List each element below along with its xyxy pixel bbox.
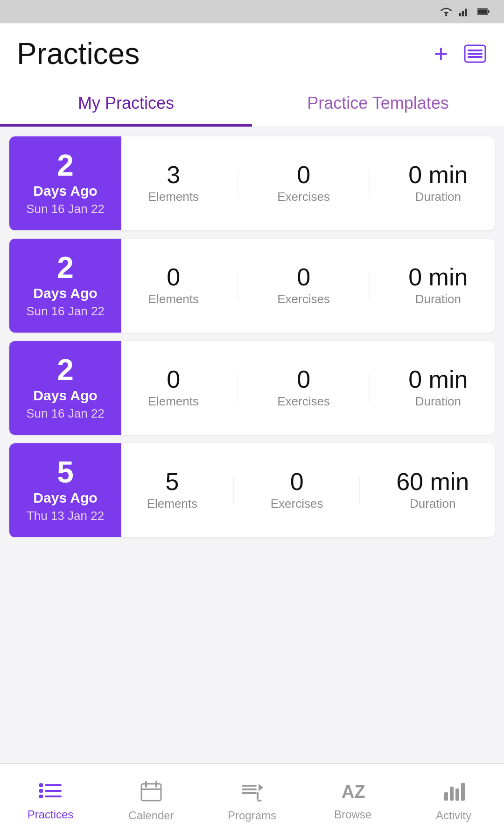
card-date: Sun 16 Jan 22 bbox=[26, 202, 105, 216]
svg-rect-19 bbox=[141, 784, 161, 801]
elements-label: Elements bbox=[147, 497, 197, 511]
list-view-button[interactable] bbox=[463, 43, 487, 64]
duration-label: Duration bbox=[415, 190, 461, 204]
card-date: Sun 16 Jan 22 bbox=[26, 406, 105, 421]
nav-item-practices[interactable]: Practices bbox=[0, 764, 101, 838]
card-stats: 3 Elements 0 Exercises 0 min Duration bbox=[121, 136, 495, 230]
elements-stat: 5 Elements bbox=[147, 469, 197, 511]
exercises-value: 0 bbox=[297, 163, 310, 187]
stat-divider bbox=[369, 374, 370, 402]
card-date-section: 2 Days Ago Sun 16 Jan 22 bbox=[9, 341, 121, 435]
nav-label-calendar: Calender bbox=[128, 809, 174, 822]
svg-rect-13 bbox=[39, 783, 43, 787]
exercises-stat: 0 Exercises bbox=[277, 265, 330, 306]
elements-stat: 3 Elements bbox=[148, 163, 199, 204]
days-label: Days Ago bbox=[33, 285, 97, 301]
tab-my-practices[interactable]: My Practices bbox=[0, 80, 252, 127]
programs-icon bbox=[241, 780, 263, 805]
bottom-nav: Practices Calender Programs bbox=[0, 763, 504, 838]
exercises-stat: 0 Exercises bbox=[277, 163, 330, 204]
days-label: Days Ago bbox=[33, 490, 97, 506]
svg-rect-5 bbox=[468, 7, 470, 16]
exercises-stat: 0 Exercises bbox=[271, 469, 323, 511]
nav-item-browse[interactable]: AZ Browse bbox=[302, 764, 403, 838]
duration-value: 60 min bbox=[396, 469, 469, 494]
add-button[interactable]: + bbox=[434, 42, 448, 66]
svg-rect-16 bbox=[45, 790, 62, 792]
duration-label: Duration bbox=[415, 292, 461, 306]
stat-divider bbox=[238, 272, 238, 300]
elements-stat: 0 Elements bbox=[148, 265, 199, 306]
stat-divider bbox=[238, 374, 238, 402]
duration-stat: 0 min Duration bbox=[408, 163, 468, 204]
svg-rect-18 bbox=[45, 795, 62, 797]
svg-rect-4 bbox=[465, 9, 467, 16]
practice-card[interactable]: 2 Days Ago Sun 16 Jan 22 0 Elements 0 Ex… bbox=[9, 239, 495, 333]
duration-value: 0 min bbox=[408, 163, 468, 187]
stat-divider bbox=[233, 476, 234, 504]
days-number: 2 bbox=[57, 355, 74, 385]
duration-value: 0 min bbox=[408, 265, 468, 289]
svg-rect-30 bbox=[455, 788, 459, 801]
stat-divider bbox=[359, 476, 360, 504]
days-label: Days Ago bbox=[33, 388, 97, 404]
svg-rect-12 bbox=[468, 56, 483, 58]
svg-rect-25 bbox=[242, 792, 257, 794]
nav-label-practices: Practices bbox=[28, 808, 74, 821]
status-icons bbox=[440, 7, 490, 16]
tab-practice-templates[interactable]: Practice Templates bbox=[252, 80, 504, 127]
days-label: Days Ago bbox=[33, 183, 97, 199]
practice-card[interactable]: 2 Days Ago Sun 16 Jan 22 0 Elements 0 Ex… bbox=[9, 341, 495, 435]
card-date-section: 2 Days Ago Sun 16 Jan 22 bbox=[9, 239, 121, 333]
svg-rect-21 bbox=[155, 781, 157, 788]
svg-rect-3 bbox=[462, 11, 464, 16]
duration-stat: 0 min Duration bbox=[408, 367, 468, 409]
nav-item-activity[interactable]: Activity bbox=[403, 764, 504, 838]
exercises-value: 0 bbox=[297, 265, 310, 289]
tabs: My Practices Practice Templates bbox=[0, 80, 504, 127]
wifi-icon bbox=[440, 7, 453, 16]
stat-divider bbox=[369, 170, 370, 198]
duration-stat: 60 min Duration bbox=[396, 469, 469, 511]
exercises-label: Exercises bbox=[271, 497, 323, 511]
elements-value: 0 bbox=[167, 367, 180, 391]
header: Practices + bbox=[0, 23, 504, 80]
practice-card[interactable]: 2 Days Ago Sun 16 Jan 22 3 Elements 0 Ex… bbox=[9, 136, 495, 230]
card-date-section: 5 Days Ago Thu 13 Jan 22 bbox=[9, 443, 121, 537]
card-date-section: 2 Days Ago Sun 16 Jan 22 bbox=[9, 136, 121, 230]
svg-rect-23 bbox=[242, 785, 257, 787]
card-stats: 0 Elements 0 Exercises 0 min Duration bbox=[121, 239, 495, 333]
days-number: 2 bbox=[57, 150, 74, 180]
svg-rect-11 bbox=[468, 53, 483, 55]
duration-value: 0 min bbox=[408, 367, 468, 391]
duration-label: Duration bbox=[410, 497, 455, 511]
activity-icon bbox=[442, 780, 465, 805]
spacer bbox=[0, 650, 504, 763]
svg-rect-17 bbox=[39, 795, 43, 798]
svg-rect-20 bbox=[145, 781, 147, 788]
svg-rect-8 bbox=[478, 9, 487, 14]
practice-card[interactable]: 5 Days Ago Thu 13 Jan 22 5 Elements 0 Ex… bbox=[9, 443, 495, 537]
svg-rect-10 bbox=[468, 50, 483, 51]
svg-rect-22 bbox=[141, 788, 161, 790]
nav-item-calendar[interactable]: Calender bbox=[101, 764, 202, 838]
exercises-label: Exercises bbox=[277, 394, 330, 409]
svg-rect-29 bbox=[450, 787, 454, 801]
practices-icon bbox=[38, 781, 63, 804]
nav-item-programs[interactable]: Programs bbox=[202, 764, 302, 838]
elements-label: Elements bbox=[148, 190, 199, 204]
elements-label: Elements bbox=[148, 292, 199, 306]
svg-rect-2 bbox=[459, 13, 461, 16]
svg-rect-14 bbox=[45, 784, 62, 786]
battery-icon bbox=[477, 7, 490, 16]
svg-rect-28 bbox=[444, 792, 448, 801]
svg-rect-7 bbox=[488, 10, 489, 13]
elements-label: Elements bbox=[148, 394, 199, 409]
svg-rect-31 bbox=[461, 783, 465, 801]
calendar-icon bbox=[140, 780, 162, 805]
browse-icon: AZ bbox=[341, 781, 365, 804]
card-date: Thu 13 Jan 22 bbox=[27, 509, 104, 523]
exercises-label: Exercises bbox=[277, 292, 330, 306]
card-stats: 5 Elements 0 Exercises 60 min Duration bbox=[121, 443, 495, 537]
page-title: Practices bbox=[17, 36, 140, 71]
